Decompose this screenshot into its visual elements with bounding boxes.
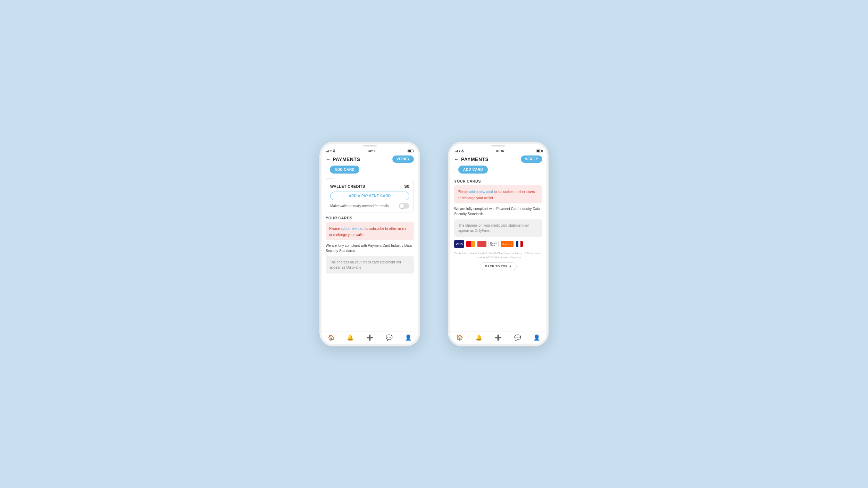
status-right-icons bbox=[408, 150, 413, 152]
wallet-toggle[interactable] bbox=[399, 203, 409, 209]
battery-icon-right bbox=[536, 150, 542, 152]
alert-text-right: Please add a new card to subscribe to ot… bbox=[458, 190, 535, 200]
header-right: ← PAYMENTS VERIFY bbox=[450, 153, 546, 164]
charges-text-right: The charges on your credit card statemen… bbox=[458, 223, 538, 233]
compliance-text-left: We are fully compliant with Payment Card… bbox=[326, 243, 414, 253]
nav-chat-left[interactable]: 💬 bbox=[386, 334, 393, 341]
wifi-icon-right: ▾ bbox=[459, 150, 460, 153]
divider-left bbox=[326, 178, 334, 178]
status-bar-right: ▾ ⁂ 03:16 bbox=[450, 147, 546, 153]
status-bar-left: ▾ ⁂ 03:16 bbox=[322, 147, 418, 153]
nav-profile-left[interactable]: 👤 bbox=[405, 334, 412, 341]
battery-fill bbox=[408, 150, 411, 152]
notch-right bbox=[491, 145, 505, 146]
add-card-button-left[interactable]: ADD CARD bbox=[330, 166, 359, 174]
alert-text-left: Please add a new card to subscribe to ot… bbox=[329, 227, 406, 237]
bluetooth-icon: ⁂ bbox=[333, 150, 335, 153]
alert-box-right: Please add a new card to subscribe to ot… bbox=[454, 185, 542, 203]
status-right-icons-right bbox=[536, 150, 542, 152]
page-title-right: PAYMENTS bbox=[461, 157, 489, 162]
wifi-icon: ▾ bbox=[330, 150, 332, 153]
alert-link-left[interactable]: add a new card bbox=[341, 227, 364, 230]
your-cards-title-right: YOUR CARDS bbox=[454, 179, 542, 183]
chevron-up-icon: ∧ bbox=[509, 264, 511, 268]
charges-text-left: The charges on your credit card statemen… bbox=[330, 260, 410, 270]
phone-right: ▾ ⁂ 03:16 ← PAYMENTS VERIFY ADD CARD bbox=[448, 142, 549, 346]
alert-box-left: Please add a new card to subscribe to ot… bbox=[326, 222, 414, 240]
status-left: ▾ ⁂ bbox=[326, 150, 335, 153]
phone-left: ▾ ⁂ 03:16 ← PAYMENTS VERIFY ADD CARD bbox=[319, 142, 420, 346]
back-button[interactable]: ← bbox=[326, 157, 331, 162]
compliance-text-right: We are fully compliant with Payment Card… bbox=[454, 206, 542, 217]
notch-area bbox=[322, 144, 418, 147]
nav-bell-right[interactable]: 🔔 bbox=[475, 334, 482, 341]
add-card-button-right[interactable]: ADD CARD bbox=[458, 166, 488, 174]
visa-logo: VISA bbox=[454, 240, 464, 248]
nav-profile-right[interactable]: 👤 bbox=[533, 334, 540, 341]
alert-prefix-left: Please bbox=[329, 227, 341, 230]
discover-logo: discover bbox=[501, 241, 514, 247]
nav-plus-right[interactable]: ➕ bbox=[495, 334, 502, 341]
notch bbox=[363, 145, 377, 146]
nav-home-left[interactable]: 🏠 bbox=[328, 334, 335, 341]
content-left: WALLET CREDITS $0 ADD A PAYMENT CARD Mak… bbox=[322, 180, 418, 331]
header-left-group: ← PAYMENTS bbox=[326, 157, 360, 162]
maestro-logo bbox=[477, 241, 486, 247]
page-title-left: PAYMENTS bbox=[333, 157, 360, 162]
bottom-nav-right: 🏠 🔔 ➕ 💬 👤 bbox=[450, 331, 546, 344]
add-card-area-right: ADD CARD bbox=[450, 164, 546, 176]
signal-icon-right bbox=[455, 150, 458, 152]
back-to-top-area: BACK TO TOP ∧ bbox=[454, 262, 542, 270]
add-card-area-left: ADD CARD bbox=[322, 164, 418, 176]
nav-chat-right[interactable]: 💬 bbox=[514, 334, 521, 341]
verify-button-right[interactable]: VERIFY bbox=[521, 155, 542, 163]
back-to-top-button[interactable]: BACK TO TOP ∧ bbox=[480, 262, 517, 270]
wallet-toggle-row: Make wallet primary method for rebills bbox=[330, 203, 409, 209]
add-payment-button[interactable]: ADD A PAYMENT CARD bbox=[330, 192, 409, 200]
mastercard-logo bbox=[466, 241, 475, 247]
nav-bell-left[interactable]: 🔔 bbox=[347, 334, 354, 341]
battery-icon bbox=[408, 150, 413, 152]
wallet-header: WALLET CREDITS $0 bbox=[330, 184, 409, 189]
battery-fill-right bbox=[537, 150, 540, 152]
time-display-right: 03:16 bbox=[496, 149, 504, 153]
content-right: YOUR CARDS Please add a new card to subs… bbox=[450, 176, 546, 331]
wallet-amount: $0 bbox=[404, 184, 409, 189]
wallet-toggle-text: Make wallet primary method for rebills bbox=[330, 204, 399, 208]
charges-box-left: The charges on your credit card statemen… bbox=[326, 256, 414, 274]
alert-prefix-right: Please bbox=[458, 190, 469, 194]
verify-button-left[interactable]: VERIFY bbox=[392, 155, 414, 163]
back-button-right[interactable]: ← bbox=[454, 157, 459, 162]
time-display: 03:16 bbox=[367, 149, 375, 153]
header-left-group-right: ← PAYMENTS bbox=[454, 157, 489, 162]
wallet-title: WALLET CREDITS bbox=[330, 184, 365, 188]
nav-home-right[interactable]: 🏠 bbox=[456, 334, 463, 341]
notch-area-right bbox=[450, 144, 546, 147]
wallet-section: WALLET CREDITS $0 ADD A PAYMENT CARD Mak… bbox=[326, 180, 414, 212]
charges-box-right: The charges on your credit card statemen… bbox=[454, 219, 542, 237]
alert-link-right[interactable]: add a new card bbox=[469, 190, 493, 194]
nav-plus-left[interactable]: ➕ bbox=[366, 334, 373, 341]
your-cards-title-left: YOUR CARDS bbox=[326, 216, 414, 220]
status-left-right: ▾ ⁂ bbox=[455, 150, 464, 153]
signal-icon bbox=[326, 150, 329, 152]
bluetooth-icon-right: ⁂ bbox=[461, 150, 464, 153]
back-to-top-label: BACK TO TOP bbox=[485, 264, 508, 268]
bottom-nav-left: 🏠 🔔 ➕ 💬 👤 bbox=[322, 331, 418, 344]
toggle-knob bbox=[400, 204, 404, 208]
footer-text: Fenix International Limited, Fourth Floo… bbox=[454, 251, 542, 260]
diners-logo: DinersClub bbox=[489, 241, 499, 247]
card-logos: VISA DinersClub discover bbox=[454, 240, 542, 248]
jcb-logo bbox=[516, 241, 523, 247]
header-left: ← PAYMENTS VERIFY bbox=[322, 153, 418, 164]
